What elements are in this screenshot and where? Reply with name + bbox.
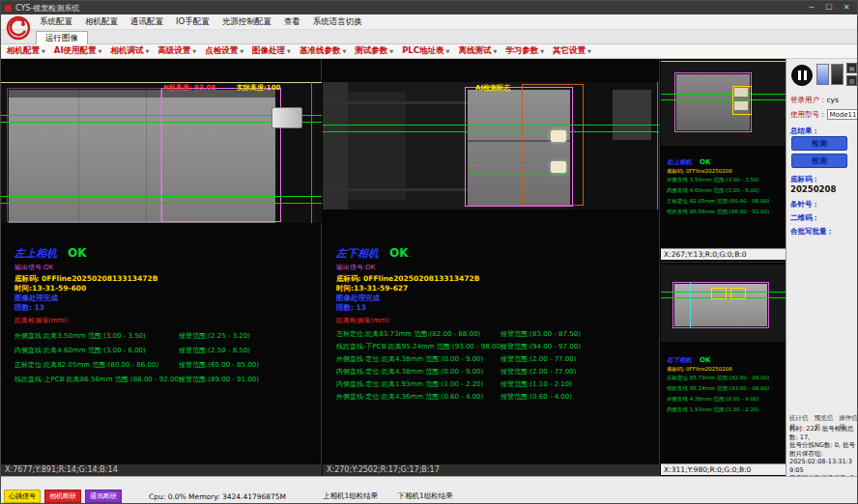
measurement-row: 正标定位:距离82.05mm 范围:(80.00 - 86.00)报警范围:(6…	[14, 358, 318, 373]
output-signal: 输出信号:OK	[336, 263, 656, 272]
menu-language-switch[interactable]: 系统语言切换	[313, 16, 362, 28]
layout-bottom-icon[interactable]: ▥	[846, 75, 857, 86]
measurement-line: 内侧直线 4.60mm 范围:(3.00 - 6.00)	[667, 185, 783, 196]
chevron-down-icon: ▼	[587, 48, 591, 54]
measurement-warn-range: 报警范围:(2.00 - 77.00)	[500, 353, 576, 366]
measurement-line: 线距直线 86.56mm 范围:(86.00 - 92.00)	[667, 207, 783, 217]
measurement-warn-range: 报警范围:(2.00 - 77.00)	[500, 366, 576, 378]
camera-name: 左上相机	[14, 246, 57, 261]
tab-run-image[interactable]: 运行图像	[36, 31, 88, 44]
camera-preview-icon[interactable]	[816, 64, 829, 85]
menu-system-config[interactable]: 系统配置	[40, 16, 72, 28]
app-logo	[5, 15, 32, 42]
measurement-line: 内侧直线 1.93mm 范围:(1.00 - 2.20)	[667, 405, 783, 415]
measurement-warn-range: 报警范围:(83.00 - 87.50)	[500, 328, 581, 341]
grid-line	[468, 175, 570, 176]
height-actual-label: 实际高度:100	[237, 83, 280, 93]
toolbar-button-label: 相机配置	[7, 45, 40, 57]
result-text-right-bottom: 右下相机 OK 底标码: 0FFline20250208 左标定位 83.73m…	[667, 348, 783, 415]
toolbar-button-offline-test[interactable]: 离线测试▼	[458, 45, 497, 57]
measurement-value: 左标定位:距离83.73mm 范围:(82.00 - 88.00)	[336, 328, 500, 341]
measurement-row: 外侧直线:距离3.50mm 范围:(3.00 - 3.50)报警范围:(2.25…	[14, 329, 318, 344]
toolbar-button-label: 测试参数	[355, 45, 387, 57]
grid-line-vertical	[657, 82, 658, 210]
chevron-down-icon: ▼	[145, 48, 149, 54]
tool-panel-icon[interactable]	[831, 64, 844, 85]
measurement-row: 外侧直线-定位:距离4.38mm 范围:(0.00 - 9.00)报警范围:(2…	[336, 353, 656, 366]
grid-line	[1, 203, 322, 204]
measurement-value: 正标定位:距离82.05mm 范围:(80.00 - 86.00)	[14, 358, 179, 373]
batch-write-label: 合批写批量：	[790, 227, 834, 237]
measurement-row: 线距直线-上PCB:距离86.56mm 范围:(86.00 - 92.00)报警…	[14, 373, 318, 387]
pixel-coordinate-readout: X:311;Y:980;R:0;G:0;B:0	[661, 463, 786, 475]
measurement-value: 外侧直线-定位:距离4.38mm 范围:(0.00 - 9.00)	[336, 353, 500, 366]
measurement-value: 外侧直线-定位:距离4.36mm 范围:(0.60 - 4.00)	[336, 391, 500, 404]
minimize-button[interactable]: ─	[803, 2, 820, 14]
chevron-down-icon: ▼	[446, 48, 450, 54]
camera-image-right-top[interactable]	[661, 61, 786, 146]
result-ok-badge: OK	[700, 356, 710, 364]
total-result-label: 总结果：	[790, 126, 819, 136]
toolbar-button-image-processing[interactable]: 图像处理▼	[252, 45, 291, 57]
machine-frame	[348, 92, 406, 200]
maximize-button[interactable]: ☐	[820, 2, 838, 14]
result-box[interactable]: 检测	[791, 136, 847, 151]
menu-camera-config[interactable]: 相机配置	[85, 16, 118, 28]
camera-image-right-bottom[interactable]	[661, 265, 786, 342]
barcode-text: 底标码: 0FFline20250208	[667, 366, 783, 373]
toolbar-button-advanced-settings[interactable]: 高级设置▼	[157, 45, 196, 57]
result-text-right-top: 右上相机 OK 底标码: 0FFline20250208 外侧直线 3.50mm…	[667, 150, 783, 217]
toolbar-button-plc-address-table[interactable]: PLC地址表▼	[402, 45, 449, 57]
toolbar-button-test-params[interactable]: 测试参数▼	[355, 45, 393, 57]
measurement-line: 正标定位 82.05mm 范围:(80.00 - 86.00)	[667, 196, 783, 207]
turns-count: 匝数: 13	[14, 303, 318, 313]
output-signal: 输出信号:OK	[14, 263, 318, 272]
close-button[interactable]: ✕	[838, 2, 855, 14]
measurement-warn-range: 报警范围:(2.25 - 3.20)	[179, 329, 250, 344]
menu-comm-config[interactable]: 通讯配置	[130, 16, 163, 28]
toolbar-button-camera-debug[interactable]: 相机调试▼	[110, 45, 149, 57]
lower-camera-result-label: 下相机1组检结果	[397, 491, 452, 501]
toolbar-button-label: AI使用配置	[54, 45, 97, 57]
toolbar-button-baseline-params[interactable]: 基准线参数▼	[300, 45, 346, 57]
time-text: 时间:13-31-59-627	[336, 284, 656, 294]
model-input[interactable]: Mode11	[827, 109, 858, 120]
camera-image-left-top[interactable]: N标高度: 93.08 实际高度:100	[1, 82, 322, 223]
toolbar-button-other-settings[interactable]: 其它设置▼	[553, 45, 591, 57]
machine-part	[613, 90, 651, 140]
camera-image-left-bottom[interactable]: AI检测标志	[323, 82, 659, 210]
measurement-value: 线距直线-上PCB:距离86.56mm 范围:(86.00 - 92.00)	[14, 373, 179, 387]
app-window: CYS-视觉检测系统 ─ ☐ ✕ 系统配置 相机配置 通讯配置 IO手配置 光源…	[0, 0, 858, 504]
toolbar-button-camera-config[interactable]: 相机配置▼	[7, 45, 45, 57]
barcode-text: 底标码: 0FFline20250208	[667, 168, 783, 175]
menu-io-config[interactable]: IO手配置	[176, 16, 210, 28]
measurement-line: 左标定位 83.73mm 范围:(82.00 - 88.00)	[667, 373, 783, 383]
needle-number-label: 条针号：	[790, 200, 819, 210]
menu-light-control-config[interactable]: 光源控制配置	[222, 16, 272, 28]
model-row: 使用型号：Mode11	[790, 109, 858, 120]
highlight-spot	[551, 161, 566, 173]
pause-icon	[798, 70, 801, 80]
toolbar-button-ai-usage-config[interactable]: AI使用配置▼	[54, 45, 102, 57]
grid-line	[323, 125, 659, 126]
grid-line-vertical	[311, 82, 312, 223]
layout-top-icon[interactable]: ▤	[846, 63, 857, 73]
result-box[interactable]: 检测	[791, 154, 847, 168]
grid-line	[661, 94, 786, 95]
measurement-value: 内侧直线-定位:距离4.38mm 范围:(0.00 - 9.00)	[336, 366, 500, 378]
stats-line: 2025:02:08-13:31:39:05	[789, 458, 858, 474]
pause-button[interactable]	[791, 65, 813, 86]
chevron-down-icon: ▼	[42, 48, 45, 54]
measure-header: 距离检测项(mm):	[14, 316, 318, 325]
toolbar-button-spot-check[interactable]: 点检设置▼	[205, 45, 243, 57]
measurement-warn-range: 报警范围:(1.10 - 2.10)	[500, 378, 572, 391]
titlebar: CYS-视觉检测系统 ─ ☐ ✕	[1, 1, 858, 14]
status-bar: 心跳信号 相机断联 通讯断联 Cpu: 0.0% Memory: 3424.41…	[1, 476, 858, 504]
menu-view[interactable]: 查看	[284, 16, 300, 28]
toolbar-button-learning-params[interactable]: 学习参数▼	[505, 45, 544, 57]
comm-link-indicator: 通讯断联	[85, 490, 122, 503]
qr-code-label: 二维码：	[790, 213, 819, 223]
app-logo-icon	[5, 5, 12, 12]
barcode-text: 底标码: 0FFline2025020813313472B	[336, 274, 656, 284]
heartbeat-indicator: 心跳信号	[4, 490, 41, 503]
